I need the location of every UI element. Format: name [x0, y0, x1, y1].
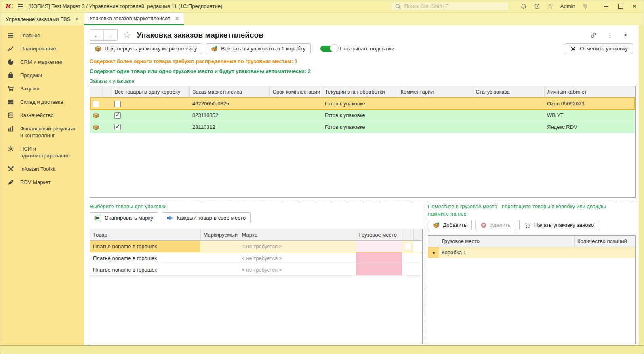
- product-row[interactable]: Платье noname в горошек < не требуется >: [90, 252, 422, 264]
- column-header-count[interactable]: Количество позиций: [575, 236, 635, 247]
- column-header-comment[interactable]: Комментарий: [398, 86, 473, 98]
- column-header-status[interactable]: Статус заказа: [473, 86, 544, 98]
- box-arrow-icon: [211, 46, 218, 52]
- current-row-dot: [433, 252, 435, 254]
- favorite-page-star-icon[interactable]: ☆: [123, 30, 131, 40]
- delete-cargo-button[interactable]: Удалить: [475, 220, 516, 230]
- sidebar-item-planning[interactable]: Планирование: [0, 42, 84, 55]
- favorites-star-icon[interactable]: ☆: [547, 2, 554, 11]
- window-close-button[interactable]: ×: [633, 4, 636, 8]
- tabbar: Управление заказами FBS × Упаковка заказ…: [0, 13, 644, 25]
- back-button[interactable]: ←: [90, 30, 103, 40]
- menu-icon: [7, 32, 14, 39]
- forward-button[interactable]: →: [103, 30, 117, 40]
- x-icon: [570, 46, 577, 52]
- planning-chart-icon: [7, 45, 14, 52]
- form-close-icon[interactable]: ×: [624, 31, 627, 39]
- tools-icon: [7, 165, 14, 172]
- tab-close-icon[interactable]: ×: [75, 16, 78, 22]
- page-title: Упаковка заказов маркетплейсов: [137, 31, 263, 40]
- cargo-row[interactable]: Коробка 1: [428, 247, 635, 258]
- global-search[interactable]: [391, 2, 509, 11]
- products-panel-label: Выберите товары для упаковки: [90, 203, 423, 210]
- scan-mark-button[interactable]: Сканировать марку: [90, 212, 158, 223]
- delete-circle-icon: [480, 222, 487, 228]
- cart-icon: [524, 222, 531, 228]
- column-header-marker[interactable]: [428, 236, 439, 247]
- sidebar-item-sales[interactable]: Продажи: [0, 69, 84, 82]
- product-row[interactable]: Платье noname в горошек < не требуется >: [90, 241, 422, 252]
- nav-buttons: ← →: [90, 29, 118, 41]
- sidebar-item-main[interactable]: Главное: [0, 29, 84, 42]
- link-icon[interactable]: [590, 32, 597, 38]
- more-menu-icon[interactable]: ⋮: [607, 31, 613, 39]
- user-menu-icon[interactable]: [582, 3, 589, 10]
- order-row[interactable]: 23110312 Готов к упаковке Яндекс RDV: [90, 121, 635, 133]
- column-header-icon[interactable]: [101, 86, 112, 98]
- current-row-marker: [93, 101, 99, 107]
- notifications-bell-icon[interactable]: [520, 3, 527, 10]
- sidebar: Главное Планирование CRM и маркетинг Про…: [0, 25, 84, 346]
- column-header-stage[interactable]: Текущий этап обработки: [322, 86, 398, 98]
- column-header-deadline[interactable]: Срок комплектации: [269, 86, 322, 98]
- column-header-pack-all[interactable]: Все товары в одну коробку: [112, 86, 189, 98]
- sidebar-item-treasury[interactable]: Казначейство: [0, 109, 84, 122]
- tab-label: Управление заказами FBS: [6, 16, 70, 22]
- column-header-marked[interactable]: Маркируемый: [200, 229, 239, 241]
- pie-chart-icon: [7, 59, 14, 65]
- tab-fbs-orders[interactable]: Управление заказами FBS ×: [0, 13, 84, 25]
- cancel-packing-button[interactable]: Отменить упаковку: [565, 43, 633, 54]
- column-header-marker[interactable]: [90, 86, 101, 98]
- restart-packing-button[interactable]: Начать упаковку заново: [519, 220, 599, 230]
- pack-all-checkbox[interactable]: [114, 112, 121, 119]
- column-header-marker[interactable]: [402, 229, 413, 241]
- orders-table: Все товары в одну коробку Заказ маркетпл…: [90, 86, 636, 198]
- pack-all-checkbox[interactable]: [114, 124, 121, 130]
- shopping-cart-icon: [7, 85, 14, 92]
- minimize-button[interactable]: [604, 6, 608, 7]
- show-hints-label: Показывать подсказки: [340, 46, 394, 52]
- sidebar-item-crm[interactable]: CRM и маркетинг: [0, 55, 84, 69]
- main-menu-icon[interactable]: [17, 3, 24, 10]
- order-row[interactable]: 46220650-0325 Готов к упаковке Ozon 0509…: [90, 98, 635, 109]
- order-row[interactable]: 023110352 Готов к упаковке WB УТ: [90, 109, 635, 121]
- sidebar-item-rdv[interactable]: RDV Маркет: [0, 176, 84, 189]
- rocket-icon: [7, 179, 14, 186]
- window-bottom-frame: [0, 345, 644, 354]
- each-item-own-place-button[interactable]: Каждый товар в свое место: [162, 212, 251, 223]
- tab-close-icon[interactable]: ×: [175, 15, 179, 22]
- maximize-button[interactable]: [618, 4, 623, 9]
- hint-auto-packed: Содержат один товар или одно грузовое ме…: [90, 68, 633, 74]
- sidebar-item-finance[interactable]: Финансовый результат и контроллинг: [0, 122, 84, 142]
- pack-all-checkbox[interactable]: [114, 101, 121, 107]
- sidebar-item-nsi-admin[interactable]: НСИ и администрирование: [0, 142, 84, 162]
- show-hints-toggle[interactable]: [320, 46, 335, 52]
- sidebar-item-warehouse[interactable]: Склад и доставка: [0, 95, 84, 109]
- box-icon: [93, 113, 99, 119]
- sidebar-item-purchases[interactable]: Закупки: [0, 82, 84, 95]
- product-row[interactable]: Платье noname в горошек < не требуется >: [90, 264, 422, 276]
- column-header-mark[interactable]: Марка: [239, 229, 356, 241]
- column-header-cargo-place[interactable]: Грузовое место: [439, 236, 575, 247]
- shopping-bag-icon: [7, 72, 14, 79]
- products-table: Товар Маркируемый Марка Грузовое место П…: [90, 229, 423, 344]
- column-header-order[interactable]: Заказ маркетплейса: [189, 86, 269, 98]
- add-cargo-button[interactable]: Добавить: [428, 220, 472, 230]
- tab-marketplace-packing[interactable]: Упаковка заказов маркетплейсов ×: [84, 13, 185, 25]
- hint-multiple-items: Содержат более одного товара требуют рас…: [90, 58, 633, 64]
- pack-all-one-box-button[interactable]: Все заказы упаковать в 1 коробку: [206, 43, 311, 54]
- products-panel: Выберите товары для упаковки Сканировать…: [90, 201, 423, 344]
- user-label[interactable]: Admin: [560, 3, 575, 9]
- column-header-account[interactable]: Личный кабинет: [544, 86, 635, 98]
- column-header-cargo[interactable]: Грузовое место: [356, 229, 402, 241]
- titlebar: 1С [КОПИЯ] Test Маркет 3 / Управление то…: [0, 0, 644, 13]
- history-clock-icon[interactable]: [534, 3, 540, 10]
- confirm-packing-button[interactable]: Подтвердить упаковку маркетплейсу: [90, 43, 202, 54]
- app-title: [КОПИЯ] Test Маркет 3 / Управление торго…: [29, 3, 223, 9]
- barcode-icon: [95, 215, 101, 221]
- search-input[interactable]: [404, 3, 505, 10]
- sidebar-item-infostart[interactable]: Infostart Toolkit: [0, 162, 84, 176]
- column-header-product[interactable]: Товар: [90, 229, 200, 241]
- coins-icon: [7, 112, 14, 119]
- box-plus-icon: [433, 222, 440, 228]
